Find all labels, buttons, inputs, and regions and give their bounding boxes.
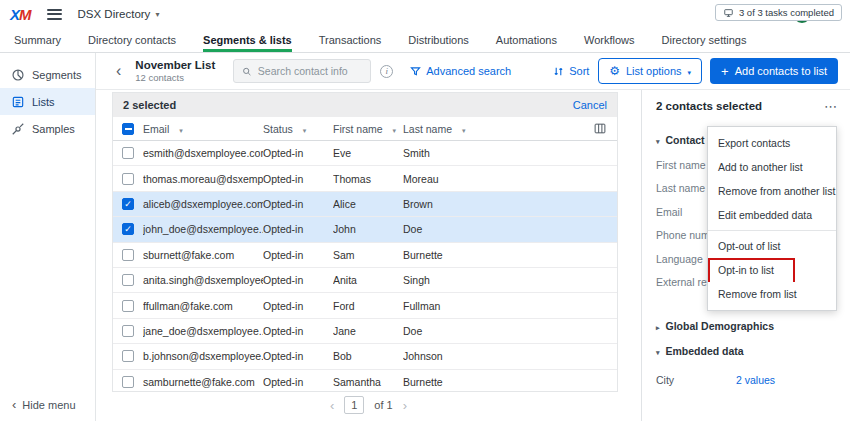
tab-directory-contacts[interactable]: Directory contacts <box>88 28 176 52</box>
contacts-table: 2 selected Cancel Email Status First nam… <box>112 92 618 392</box>
menu-item-remove-from-list[interactable]: Remove from list <box>708 282 836 306</box>
row-checkbox[interactable] <box>122 300 134 312</box>
column-header-first-name[interactable]: First name <box>333 123 403 135</box>
column-label: First name <box>333 123 383 135</box>
tasks-completed-badge[interactable]: 3 of 3 tasks completed <box>715 4 842 21</box>
cell-email: b.johnson@dsxemployee.... <box>143 350 263 362</box>
cell-last-name: Doe <box>403 325 499 337</box>
table-row[interactable]: sburnett@fake.comOpted-inSamBurnette <box>113 243 617 268</box>
info-icon[interactable]: i <box>380 65 393 78</box>
add-contacts-button[interactable]: Add contacts to list <box>710 58 838 84</box>
table-row[interactable]: thomas.moreau@dsxempl...Opted-inThomasMo… <box>113 166 617 191</box>
search-box <box>233 59 371 83</box>
table-row[interactable]: jane_doe@dsxemployee....Opted-inJaneDoe <box>113 319 617 344</box>
back-chevron-icon[interactable]: ‹ <box>112 63 125 79</box>
global-demographics-header[interactable]: Global Demographics <box>656 320 840 332</box>
cell-first-name: Ford <box>333 300 403 312</box>
sidebar-items: SegmentsListsSamples <box>0 53 95 142</box>
sidebar-item-samples[interactable]: Samples <box>0 115 95 142</box>
selection-bar: 2 selected Cancel <box>113 93 617 117</box>
sidebar-item-label: Segments <box>32 69 82 81</box>
cell-first-name: Samantha <box>333 376 403 388</box>
row-checkbox[interactable] <box>122 274 134 286</box>
tab-distributions[interactable]: Distributions <box>408 28 469 52</box>
filter-funnel-icon <box>410 66 421 77</box>
search-input[interactable] <box>258 65 362 77</box>
row-checkbox[interactable] <box>122 325 134 337</box>
tab-segments-lists[interactable]: Segments & lists <box>203 28 292 52</box>
app-window: XM DSX Directory K SummaryDirectory cont… <box>0 0 850 421</box>
sidebar-item-label: Samples <box>32 123 75 135</box>
next-page-icon[interactable]: › <box>403 399 407 412</box>
embedded-data-label: Embedded data <box>666 345 744 357</box>
sort-button[interactable]: Sort <box>553 65 589 77</box>
hide-menu-button[interactable]: Hide menu <box>12 397 76 412</box>
row-checkbox[interactable] <box>122 173 134 185</box>
current-page-number[interactable]: 1 <box>344 396 364 414</box>
table-row[interactable]: esmith@dsxemployee.comOpted-inEveSmith <box>113 141 617 166</box>
chevron-down-icon <box>393 123 397 135</box>
column-header-status[interactable]: Status <box>263 123 333 135</box>
menu-item-opt-out-of-list[interactable]: Opt-out of list <box>708 234 836 258</box>
row-checkbox[interactable]: ✓ <box>122 198 134 210</box>
table-row[interactable]: ✓aliceb@dsxemployee.comOpted-inAliceBrow… <box>113 192 617 217</box>
list-options-label: List options <box>626 65 682 77</box>
previous-page-icon[interactable]: ‹ <box>330 399 334 412</box>
cell-status: Opted-in <box>263 147 333 159</box>
sidebar-item-lists[interactable]: Lists <box>0 88 95 115</box>
row-checkbox[interactable] <box>122 350 134 362</box>
hamburger-menu-icon[interactable] <box>47 9 62 20</box>
column-header-last-name[interactable]: Last name <box>403 123 499 135</box>
sidebar-item-segments[interactable]: Segments <box>0 61 95 88</box>
cell-email: anita.singh@dsxemployee... <box>143 274 263 286</box>
chevron-down-icon <box>179 123 183 135</box>
row-checkbox[interactable]: ✓ <box>122 223 134 235</box>
row-checkbox[interactable] <box>122 147 134 159</box>
column-picker-icon[interactable] <box>583 122 617 135</box>
sort-arrows-icon <box>553 66 564 77</box>
table-row[interactable]: samburnette@fake.comOpted-inSamanthaBurn… <box>113 370 617 392</box>
cancel-selection-link[interactable]: Cancel <box>573 99 607 111</box>
tab-summary[interactable]: Summary <box>14 28 61 52</box>
table-row[interactable]: b.johnson@dsxemployee....Opted-inBobJohn… <box>113 344 617 369</box>
advanced-search-button[interactable]: Advanced search <box>410 65 511 77</box>
row-checkbox[interactable] <box>122 376 134 388</box>
table-row[interactable]: ✓john_doe@dsxemployee....Opted-inJohnDoe <box>113 217 617 242</box>
cell-first-name: Bob <box>333 350 403 362</box>
list-title: November List <box>135 59 215 71</box>
cell-email: aliceb@dsxemployee.com <box>143 198 263 210</box>
menu-item-remove-from-another-list[interactable]: Remove from another list <box>708 179 836 203</box>
plus-icon <box>721 65 729 78</box>
gear-icon: ⚙ <box>609 65 620 77</box>
cell-first-name: John <box>333 223 403 235</box>
directory-selector[interactable]: DSX Directory <box>78 8 160 20</box>
embedded-data-header[interactable]: Embedded data <box>656 345 840 357</box>
cell-email: sburnett@fake.com <box>143 249 263 261</box>
more-options-icon[interactable]: ⋯ <box>824 100 838 113</box>
chevron-down-icon <box>462 123 466 135</box>
column-label: Status <box>263 123 293 135</box>
tab-automations[interactable]: Automations <box>496 28 557 52</box>
list-options-button[interactable]: ⚙ List options <box>598 58 702 84</box>
table-body: esmith@dsxemployee.comOpted-inEveSmithth… <box>113 141 617 392</box>
menu-item-opt-in-to-list[interactable]: Opt-in to list <box>708 258 836 282</box>
table-row[interactable]: ffullman@fake.comOpted-inFordFullman <box>113 293 617 318</box>
sidebar-item-label: Lists <box>32 96 55 108</box>
menu-item-export-contacts[interactable]: Export contacts <box>708 131 836 155</box>
selected-count: 2 selected <box>123 99 176 111</box>
tab-directory-settings[interactable]: Directory settings <box>662 28 747 52</box>
row-checkbox[interactable] <box>122 249 134 261</box>
cell-first-name: Sam <box>333 249 403 261</box>
table-row[interactable]: anita.singh@dsxemployee...Opted-inAnitaS… <box>113 268 617 293</box>
column-header-email[interactable]: Email <box>143 123 263 135</box>
menu-item-edit-embedded-data[interactable]: Edit embedded data <box>708 203 836 227</box>
city-values-link[interactable]: 2 values <box>736 374 775 386</box>
cell-status: Opted-in <box>263 173 333 185</box>
menu-item-add-to-another-list[interactable]: Add to another list <box>708 155 836 179</box>
chevron-down-icon <box>688 65 692 77</box>
tab-workflows[interactable]: Workflows <box>584 28 635 52</box>
select-all-checkbox[interactable] <box>122 123 134 135</box>
tab-transactions[interactable]: Transactions <box>319 28 382 52</box>
cell-last-name: Burnette <box>403 376 499 388</box>
table-header: Email Status First name Last name <box>113 117 617 141</box>
